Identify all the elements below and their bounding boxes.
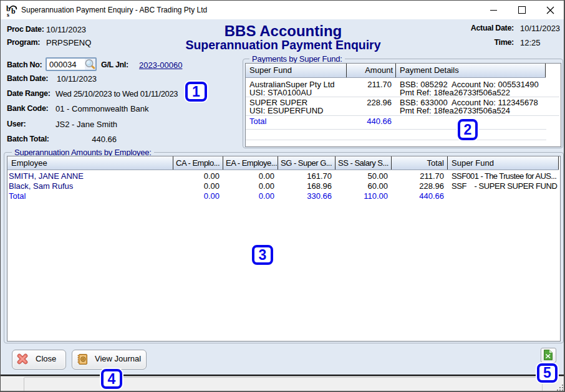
svg-text:b: b	[11, 7, 16, 16]
svg-text:s: s	[7, 11, 9, 17]
